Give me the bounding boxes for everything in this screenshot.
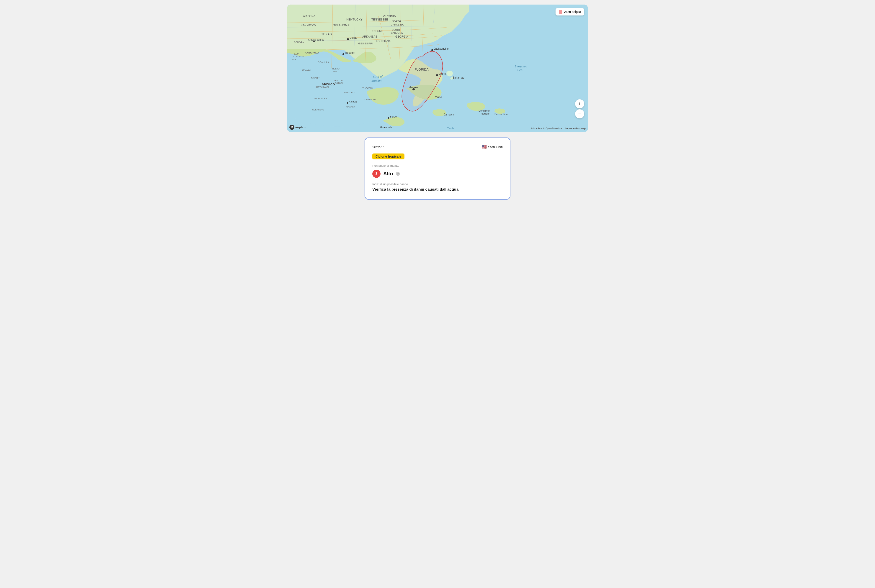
mapbox-icon: M [289,125,295,130]
svg-text:Mexico: Mexico [371,79,382,82]
svg-text:MISSISSIPPI: MISSISSIPPI [358,42,373,45]
svg-text:VERACRUZ: VERACRUZ [344,92,355,94]
svg-point-45 [343,53,344,55]
svg-text:Puerto Rico: Puerto Rico [495,113,507,116]
zoom-out-button[interactable]: − [575,109,584,118]
svg-text:OAXACA: OAXACA [346,106,355,108]
svg-text:ARIZONA: ARIZONA [303,15,315,18]
svg-text:NAYARIT: NAYARIT [311,77,320,79]
svg-text:Bahamas: Bahamas [453,76,464,79]
svg-text:KENTUCKY: KENTUCKY [346,18,362,21]
svg-text:LOUISIANA: LOUISIANA [376,40,391,43]
svg-text:NORTH: NORTH [392,20,401,23]
svg-text:Republic: Republic [480,112,489,115]
svg-point-49 [436,74,438,76]
card-date: 2022-11 [372,145,385,149]
map-controls: + − [575,99,584,118]
svg-text:MICHOACÁN: MICHOACÁN [314,97,327,99]
svg-text:POTOSÍ: POTOSÍ [335,82,343,84]
attribution-text: © Mapbox © OpenStreetMap [531,127,563,130]
damage-description: Verifica la presenza di danni causati da… [372,187,503,192]
svg-text:TENNESSEE: TENNESSEE [368,29,385,33]
impact-label: Punteggio di impatto [372,164,503,167]
map-container: ARIZONA NEW MEXICO OKLAHOMA KENTUCKY VIR… [287,4,588,132]
svg-text:LEON: LEON [332,70,337,73]
svg-text:YUCATÁN: YUCATÁN [362,87,373,90]
svg-text:GEORGIA: GEORGIA [395,35,408,38]
svg-point-43 [347,38,349,40]
svg-text:CAMPECHE: CAMPECHE [365,98,376,100]
svg-text:GUERRERO: GUERRERO [312,109,324,111]
svg-text:Mexico: Mexico [322,82,335,86]
mapbox-logo: M mapbox [289,125,306,130]
svg-text:CAROLINA: CAROLINA [391,32,403,34]
svg-text:Dallas: Dallas [350,36,357,39]
svg-text:TENNESSEE: TENNESSEE [371,18,388,21]
country-name: Stati Uniti [488,145,503,149]
svg-text:SUR: SUR [292,58,296,61]
svg-point-63 [313,41,315,42]
svg-text:NEW MEXICO: NEW MEXICO [301,24,316,27]
card-country: 🇺🇸 Stati Uniti [482,144,503,149]
svg-text:CHIHUAHUA: CHIHUAHUA [305,51,319,54]
svg-text:Jacksonville: Jacksonville [434,47,449,50]
map-legend: Area colpita [556,8,584,15]
svg-text:Carib...: Carib... [447,127,456,130]
mapbox-label: mapbox [295,126,306,129]
svg-text:NUEVO: NUEVO [332,68,340,70]
svg-text:BAJA: BAJA [294,53,299,55]
info-card: 2022-11 🇺🇸 Stati Uniti Ciclone tropicale… [365,138,510,200]
svg-text:Gulf of: Gulf of [373,75,383,79]
svg-text:TEXAS: TEXAS [321,32,332,36]
svg-point-68 [388,117,389,118]
impact-score-circle: 3 [372,170,380,178]
damage-label: Indizi di un possibile danno [372,182,503,186]
map-svg: ARIZONA NEW MEXICO OKLAHOMA KENTUCKY VIR… [287,4,588,132]
event-type-badge: Ciclone tropicale [372,153,404,159]
svg-text:SOUTH: SOUTH [392,29,400,31]
svg-text:Miami: Miami [438,72,446,75]
svg-text:SAN LUIS: SAN LUIS [334,79,343,81]
svg-text:SONORA: SONORA [294,41,304,44]
map-attribution: © Mapbox © OpenStreetMap Improve this ma… [531,127,586,130]
zoom-in-button[interactable]: + [575,99,584,108]
svg-text:Sargasso: Sargasso [514,64,527,68]
svg-text:SINALOA: SINALOA [302,69,311,71]
svg-text:Dominican: Dominican [478,109,490,112]
improve-map-link[interactable]: Improve this map [565,127,586,130]
svg-text:Belize: Belize [390,115,397,118]
svg-text:Ciudad Juárez: Ciudad Juárez [308,38,324,41]
impact-level-text: Alto [383,171,393,177]
svg-text:Sea: Sea [517,68,523,72]
svg-text:Havana: Havana [409,86,418,89]
svg-text:Xalapa: Xalapa [349,100,357,103]
svg-text:CALIFORNIA: CALIFORNIA [292,56,304,58]
country-flag: 🇺🇸 [482,144,487,149]
svg-text:Jamaica: Jamaica [444,113,454,116]
svg-text:Cuba: Cuba [435,95,442,99]
svg-text:ARKANSAS: ARKANSAS [362,35,377,38]
svg-text:COAHUILA: COAHUILA [318,61,329,64]
impact-info-icon[interactable]: ? [396,172,400,176]
legend-label: Area colpita [564,10,581,14]
impact-score-row: 3 Alto ? [372,170,503,178]
svg-text:OKLAHOMA: OKLAHOMA [333,24,350,27]
legend-color-indicator [559,10,562,14]
svg-text:CAROLINA: CAROLINA [391,23,404,26]
svg-point-66 [347,102,348,104]
svg-point-47 [431,49,433,51]
svg-text:FLORIDA: FLORIDA [415,68,428,71]
svg-text:Guatemala: Guatemala [380,126,392,129]
card-header: 2022-11 🇺🇸 Stati Uniti [372,144,503,149]
svg-text:VIRGINIA: VIRGINIA [383,14,396,18]
svg-text:Houston: Houston [345,51,355,54]
